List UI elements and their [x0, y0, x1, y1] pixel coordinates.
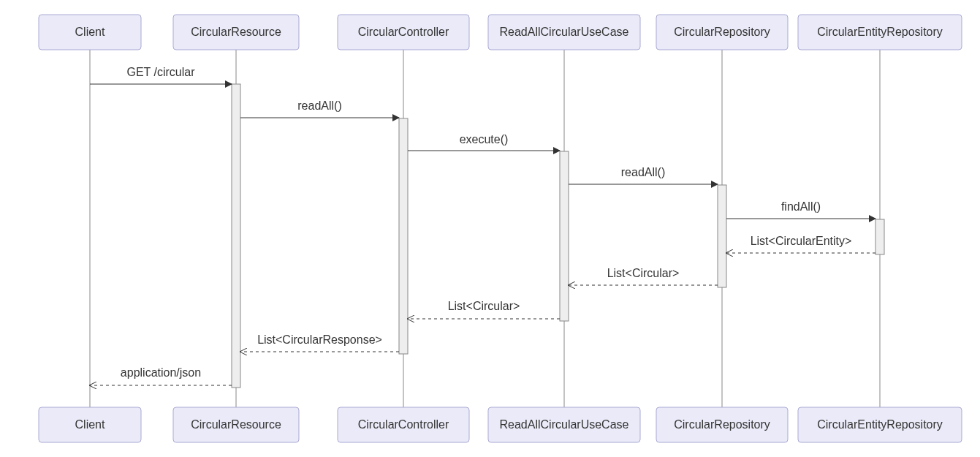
participant-label-resource: CircularResource: [191, 418, 281, 431]
activation-resource: [232, 84, 240, 388]
message-label: GET /circular: [126, 66, 195, 78]
message-label: application/json: [121, 366, 201, 379]
message-label: List<CircularResponse>: [257, 333, 382, 346]
sequence-diagram: GET /circularreadAll()execute()readAll()…: [0, 0, 980, 457]
participant-label-entrepo: CircularEntityRepository: [817, 26, 943, 38]
activation-ctrl: [399, 118, 408, 354]
participant-label-usecase: ReadAllCircularUseCase: [500, 418, 629, 431]
message-label: readAll(): [621, 166, 665, 178]
message-label: List<Circular>: [448, 300, 520, 312]
participant-label-ctrl: CircularController: [358, 26, 449, 38]
participant-label-client: Client: [75, 26, 105, 38]
participant-label-usecase: ReadAllCircularUseCase: [500, 26, 629, 38]
message-label: execute(): [460, 133, 509, 146]
participant-label-repo: CircularRepository: [674, 26, 770, 38]
message-label: List<CircularEntity>: [751, 235, 852, 247]
message-label: readAll(): [297, 99, 341, 112]
message-label: findAll(): [781, 200, 821, 213]
participant-label-repo: CircularRepository: [674, 418, 770, 431]
message-label: List<Circular>: [607, 267, 680, 279]
participant-label-resource: CircularResource: [191, 26, 281, 38]
participant-label-ctrl: CircularController: [358, 418, 449, 431]
activation-usecase: [560, 151, 569, 321]
activation-repo: [718, 185, 726, 287]
activation-entrepo: [875, 219, 884, 254]
participant-label-client: Client: [75, 418, 105, 431]
participant-label-entrepo: CircularEntityRepository: [817, 418, 943, 431]
